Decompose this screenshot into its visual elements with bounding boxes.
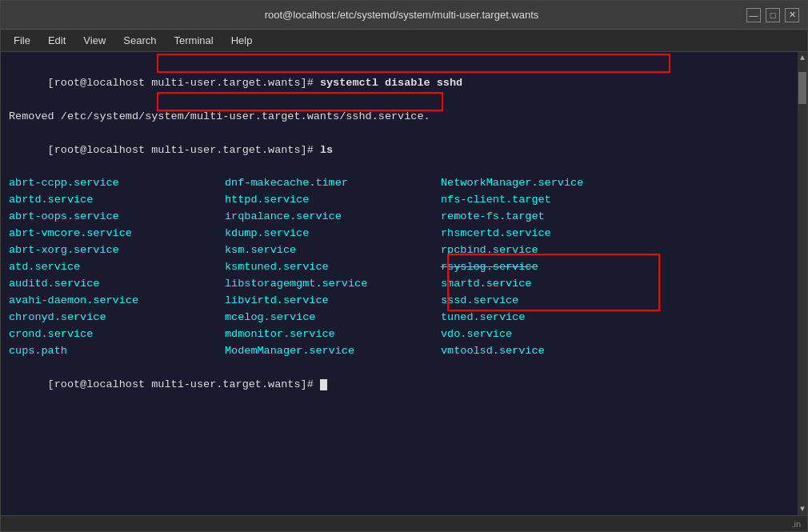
- menu-file[interactable]: File: [6, 33, 38, 48]
- scroll-up-arrow[interactable]: ▲: [798, 52, 806, 64]
- title-bar: root@localhost:/etc/systemd/system/multi…: [1, 1, 807, 30]
- list-item: smartd.service: [441, 276, 657, 293]
- service-col-1: abrt-ccpp.service abrtd.service abrt-oop…: [9, 175, 225, 359]
- terminal-body[interactable]: [root@localhost multi-user.target.wants]…: [1, 52, 807, 515]
- list-item: vmtoolsd.service: [441, 343, 657, 360]
- window-title: root@localhost:/etc/systemd/system/multi…: [57, 9, 746, 21]
- list-item: rhsmcertd.service: [441, 226, 657, 242]
- terminal-line-1: [root@localhost multi-user.target.wants]…: [9, 58, 799, 109]
- service-list: abrt-ccpp.service abrtd.service abrt-oop…: [9, 175, 799, 359]
- list-item: abrt-oops.service: [9, 209, 225, 226]
- list-item: irqbalance.service: [225, 209, 441, 226]
- menu-view[interactable]: View: [75, 33, 114, 48]
- prompt-1: [root@localhost multi-user.target.wants]…: [48, 77, 320, 89]
- menu-edit[interactable]: Edit: [40, 33, 74, 48]
- window-controls: — □ ✕: [746, 8, 799, 22]
- list-item: ksm.service: [225, 242, 441, 259]
- scrollbar[interactable]: ▲ ▼: [798, 52, 807, 515]
- list-item: NetworkManager.service: [441, 175, 657, 192]
- list-item: ksmtuned.service: [225, 259, 441, 276]
- status-text: .in: [791, 519, 801, 529]
- minimize-button[interactable]: —: [746, 8, 761, 22]
- list-item: nfs-client.target: [441, 192, 657, 209]
- cmd-1: systemctl disable sshd: [320, 77, 462, 89]
- service-col-3: NetworkManager.service nfs-client.target…: [441, 175, 657, 359]
- menu-bar: File Edit View Search Terminal Help: [1, 30, 807, 52]
- list-item: mcelog.service: [225, 310, 441, 326]
- close-button[interactable]: ✕: [785, 8, 799, 22]
- status-bar: .in: [1, 515, 807, 531]
- prompt-3: [root@localhost: [48, 144, 152, 156]
- list-item: kdump.service: [225, 226, 441, 242]
- list-item: chronyd.service: [9, 310, 225, 326]
- list-item: abrtd.service: [9, 192, 225, 209]
- scrollbar-thumb[interactable]: [798, 72, 806, 104]
- list-item: vdo.service: [441, 326, 657, 343]
- menu-terminal[interactable]: Terminal: [166, 33, 222, 48]
- menu-help[interactable]: Help: [223, 33, 261, 48]
- list-item: abrt-ccpp.service: [9, 175, 225, 192]
- terminal-final-prompt: [root@localhost multi-user.target.wants]…: [9, 360, 799, 410]
- list-item: httpd.service: [225, 192, 441, 209]
- list-item: rsyslog.service: [441, 259, 657, 276]
- scroll-down-arrow[interactable]: ▼: [798, 503, 806, 515]
- list-item: abrt-xorg.service: [9, 242, 225, 259]
- cmd-3: ls: [320, 144, 333, 156]
- list-item: auditd.service: [9, 276, 225, 293]
- service-col-2: dnf-makecache.timer httpd.service irqbal…: [225, 175, 441, 359]
- cursor: [320, 379, 327, 390]
- list-item: sssd.service: [441, 293, 657, 310]
- maximize-button[interactable]: □: [766, 8, 780, 22]
- list-item: abrt-vmcore.service: [9, 226, 225, 242]
- terminal-line-2: Removed /etc/systemd/system/multi-user.t…: [9, 109, 799, 126]
- prompt-3c: ]#: [301, 144, 320, 156]
- prompt-3b: multi-user.target.wants: [151, 144, 300, 156]
- list-item: remote-fs.target: [441, 209, 657, 226]
- menu-search[interactable]: Search: [115, 33, 164, 48]
- terminal-line-3: [root@localhost multi-user.target.wants]…: [9, 126, 799, 176]
- list-item: mdmonitor.service: [225, 326, 441, 343]
- list-item: libvirtd.service: [225, 293, 441, 310]
- list-item: dnf-makecache.timer: [225, 175, 441, 192]
- list-item: crond.service: [9, 326, 225, 343]
- list-item: rpcbind.service: [441, 242, 657, 259]
- list-item: tuned.service: [441, 310, 657, 326]
- list-item: cups.path: [9, 343, 225, 360]
- terminal-window: root@localhost:/etc/systemd/system/multi…: [0, 0, 808, 532]
- list-item: libstoragemgmt.service: [225, 276, 441, 293]
- list-item: ModemManager.service: [225, 343, 441, 360]
- list-item: atd.service: [9, 259, 225, 276]
- list-item: avahi-daemon.service: [9, 293, 225, 310]
